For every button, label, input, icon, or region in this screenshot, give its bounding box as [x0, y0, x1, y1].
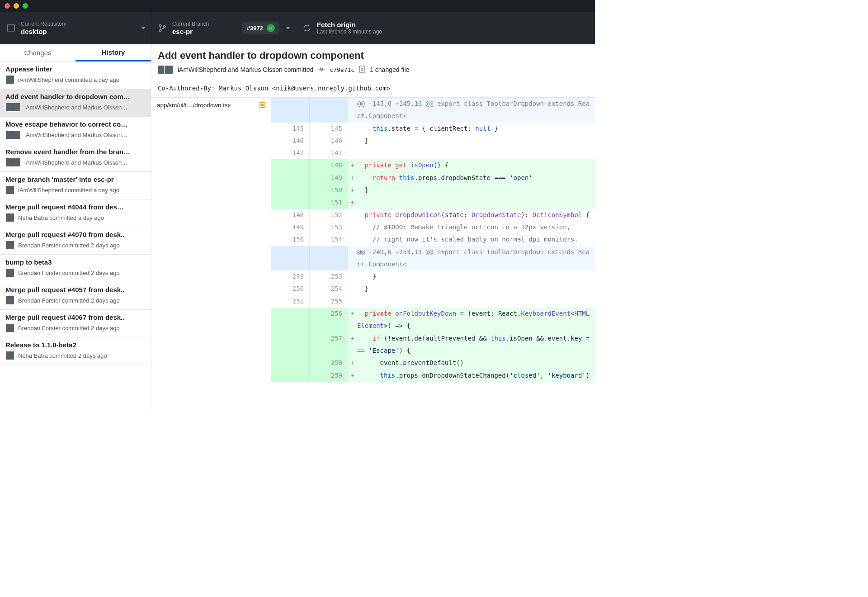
repo-selector[interactable]: Current Repository desktop	[0, 12, 151, 44]
commit-title: Add event handler to dropdown component	[158, 50, 589, 62]
lineno-new	[310, 246, 348, 271]
diff-line: 147147	[271, 147, 595, 159]
chevron-down-icon	[141, 27, 146, 29]
diff-line: 148+ private get isOpen() {	[271, 159, 595, 171]
diff-marker: +	[348, 370, 357, 382]
tab-history[interactable]: History	[75, 44, 151, 62]
tab-changes[interactable]: Changes	[0, 44, 75, 62]
history-item-meta: iAmWillShepherd and Markus Olsson…	[24, 104, 127, 111]
history-item[interactable]: Appease linteriAmWillShepherd committed …	[0, 62, 151, 89]
lineno-old	[271, 184, 310, 196]
avatar	[5, 75, 14, 84]
history-item[interactable]: Add event handler to dropdown com…iAmWil…	[0, 89, 151, 117]
lineno-old: 145	[271, 123, 310, 135]
branch-selector[interactable]: Current Branch esc-pr #3972 ✓	[151, 12, 296, 44]
history-item-meta: Brendan Forster committed 2 days ago	[18, 270, 120, 276]
lineno-new: 259	[310, 370, 348, 382]
history-item[interactable]: Merge pull request #4070 from desk..Bren…	[0, 227, 151, 255]
history-item[interactable]: Merge pull request #4067 from desk..Bren…	[0, 310, 151, 337]
history-item-meta: Brendan Forster committed 2 days ago	[18, 325, 120, 332]
fetch-title: Fetch origin	[317, 21, 382, 28]
author-line: iAmWillShepherd and Markus Olsson commit…	[178, 66, 313, 73]
history-item[interactable]: Remove event handler from the bran…iAmWi…	[0, 144, 151, 172]
minimize-window-icon[interactable]	[14, 3, 19, 9]
lineno-new: 255	[310, 295, 348, 308]
fetch-subtitle: Last fetched 3 minutes ago	[317, 28, 382, 36]
diff-code	[357, 196, 595, 208]
diff-marker: +	[348, 357, 357, 369]
history-item-title: Merge pull request #4057 from desk..	[5, 286, 146, 294]
history-item-title: Release to 1.1.0-beta2	[5, 341, 146, 349]
diff-code: }	[357, 283, 595, 295]
history-item-title: Appease linter	[5, 65, 146, 73]
lineno-old	[271, 370, 310, 382]
diff-line: 257+ if (!event.defaultPrevented && this…	[271, 332, 595, 357]
lineno-new: 257	[310, 332, 348, 357]
history-item-title: Merge pull request #4070 from desk..	[5, 231, 146, 238]
author-avatars	[158, 65, 173, 74]
lineno-old: 146	[271, 135, 310, 147]
history-item-meta: iAmWillShepherd and Markus Olsson…	[24, 132, 127, 138]
history-item-title: Move escape behavior to correct co…	[5, 120, 146, 128]
diff-marker: +	[348, 308, 357, 332]
lineno-new: 154	[310, 233, 348, 246]
lineno-new: 151	[310, 196, 348, 208]
modified-icon	[259, 102, 265, 108]
diff-line: 150154 // right now it's scaled badly on…	[271, 233, 595, 246]
sync-icon	[302, 24, 311, 32]
diff-line: 258+ event.preventDefault()	[271, 357, 595, 369]
lineno-new: 147	[310, 147, 348, 159]
diff-view[interactable]: @@ -145,6 +145,10 @@ export class Toolba…	[271, 98, 595, 409]
diff-marker	[348, 283, 357, 295]
author-avatars	[5, 268, 14, 277]
fetch-button[interactable]: Fetch origin Last fetched 3 minutes ago	[296, 12, 436, 44]
history-item[interactable]: Release to 1.1.0-beta2Neha Batra committ…	[0, 337, 151, 365]
diff-marker	[348, 246, 357, 271]
author-avatars	[5, 103, 21, 112]
diff-marker	[348, 147, 357, 159]
history-item[interactable]: Merge branch 'master' into esc-priAmWill…	[0, 172, 151, 199]
history-item-meta: Brendan Forster committed 2 days ago	[18, 242, 120, 249]
commit-detail: Add event handler to dropdown component …	[151, 44, 595, 409]
history-item[interactable]: Move escape behavior to correct co…iAmWi…	[0, 117, 151, 144]
history-item[interactable]: Merge pull request #4044 from des…Neha B…	[0, 199, 151, 227]
diff-code: }	[357, 270, 595, 283]
check-icon: ✓	[267, 24, 275, 32]
git-commit-icon	[318, 66, 325, 74]
author-avatars	[5, 158, 21, 167]
diff-line: 256+ private onFoldoutKeyDown = (event: …	[271, 308, 595, 332]
svg-point-0	[159, 24, 161, 27]
file-item[interactable]: app/src/ui/t…/dropdown.tsx	[151, 98, 271, 113]
diff-marker: +	[348, 196, 357, 208]
lineno-new: 256	[310, 308, 348, 332]
commit-sha: c79e71c	[330, 66, 354, 73]
lineno-new: 152	[310, 209, 348, 221]
file-path: app/src/ui/t…/dropdown.tsx	[157, 102, 231, 109]
diff-marker: +	[348, 184, 357, 196]
diff-marker	[348, 123, 357, 135]
diff-marker: +	[348, 172, 357, 184]
commit-header: Add event handler to dropdown component …	[151, 44, 595, 79]
file-list: app/src/ui/t…/dropdown.tsx	[151, 98, 271, 409]
diff-line: 148152 private dropdownIcon(state: Dropd…	[271, 209, 595, 221]
diff-code: private get isOpen() {	[357, 159, 595, 171]
avatar	[5, 268, 14, 277]
diff-icon	[359, 66, 365, 74]
author-avatars	[5, 351, 14, 360]
diff-code: // right now it's scaled badly on normal…	[357, 233, 595, 246]
history-item[interactable]: bump to beta3Brendan Forster committed 2…	[0, 255, 151, 282]
repo-label: Current Repository	[21, 21, 66, 28]
lineno-new: 149	[310, 172, 348, 184]
history-item-meta: iAmWillShepherd committed a day ago	[18, 187, 119, 194]
history-item[interactable]: Merge pull request #4057 from desk..Bren…	[0, 282, 151, 310]
author-avatars	[5, 213, 14, 222]
git-branch-icon	[158, 24, 167, 33]
diff-line: 145145 this.state = { clientRect: null }	[271, 123, 595, 135]
zoom-window-icon[interactable]	[23, 3, 28, 9]
lineno-new: 145	[310, 123, 348, 135]
lineno-old	[271, 98, 310, 123]
history-list[interactable]: Appease linteriAmWillShepherd committed …	[0, 62, 151, 409]
lineno-old	[271, 246, 310, 271]
close-window-icon[interactable]	[5, 3, 10, 9]
lineno-new	[310, 98, 348, 123]
